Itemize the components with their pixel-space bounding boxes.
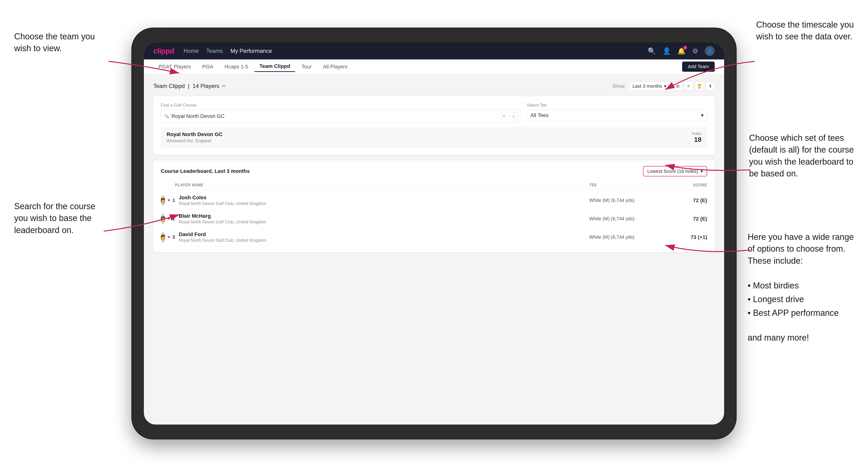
search-card: Find a Golf Course 🔍 × ☆ Select Tee All … [153, 96, 715, 155]
settings-icon-btn[interactable]: ⚙ [692, 47, 698, 55]
tab-tour[interactable]: Tour [296, 62, 317, 72]
player-club: Royal North Devon Golf Club, United King… [179, 201, 589, 206]
option-app: Best APP performance [748, 306, 854, 320]
tab-hcaps[interactable]: Hcaps 1-5 [219, 62, 253, 72]
rank-col: 🧑 ♥ 3 [161, 232, 175, 243]
edit-team-icon[interactable]: ✏ [222, 83, 226, 89]
tab-pga[interactable]: PGA [197, 62, 218, 72]
col-header-player: PLAYER NAME [175, 183, 589, 187]
leaderboard-header: Course Leaderboard, Last 3 months Lowest… [161, 166, 707, 177]
avatar: 🧑 [161, 214, 165, 224]
annotation-tees: Choose which set of tees(default is all)… [749, 132, 854, 180]
course-name: Royal North Devon GC [166, 131, 222, 137]
col-header-tee: TEE [589, 183, 660, 187]
tee-info: White (M) (6,744 yds) [589, 216, 660, 221]
score-info: 72 (E) [660, 197, 707, 204]
avatar: 🧑 [161, 232, 165, 243]
option-drive: Longest drive [748, 292, 854, 306]
player-info: David Ford Royal North Devon Golf Club, … [175, 231, 589, 243]
sort-select[interactable]: Lowest Score (18 holes) ▾ [643, 166, 707, 177]
nav-home[interactable]: Home [184, 48, 198, 54]
table-row: 🧑 ♥ 1 Josh Coles Royal North Devon Golf … [161, 191, 707, 210]
player-name: Blair McHarg [179, 213, 589, 219]
tab-all-players[interactable]: All Players [318, 62, 352, 72]
sub-nav: PGAT Players PGA Hcaps 1-5 Team Clippd T… [144, 59, 724, 74]
player-club: Royal North Devon Golf Club, United King… [179, 220, 589, 224]
rank-number: 1 [173, 198, 175, 203]
show-select[interactable]: Last 3 months ▾ [629, 82, 670, 91]
select-tee-label: Select Tee [527, 103, 707, 108]
team-header: Team Clippd | 14 Players ✏ Show: Last 3 … [153, 82, 715, 91]
app-navbar: clippd Home Teams My Performance 🔍 👤 🔔 1… [144, 42, 724, 59]
annotation-choose-team: Choose the team you wish to view. [14, 31, 104, 55]
team-title: Team Clippd | 14 Players [153, 83, 219, 89]
table-row: 🧑 ♥ 3 David Ford Royal North Devon Golf … [161, 228, 707, 247]
navbar-links: Home Teams My Performance [184, 48, 272, 54]
ipad-screen: clippd Home Teams My Performance 🔍 👤 🔔 1… [144, 42, 724, 425]
tee-info: White (M) (6,744 yds) [589, 198, 660, 203]
search-row: Find a Golf Course 🔍 × ☆ Select Tee All … [161, 103, 707, 123]
rank-col: 🧑 ♥ 1 [161, 195, 175, 206]
show-label: Show: [613, 84, 626, 89]
nav-my-performance[interactable]: My Performance [230, 48, 272, 54]
favorite-star-btn[interactable]: ☆ [509, 112, 518, 120]
course-info: Royal North Devon GC Westward Ho!, Engla… [166, 131, 222, 144]
download-btn[interactable]: ⬇ [706, 82, 715, 91]
heart-icon: ♥ [167, 235, 170, 240]
tee-column: Select Tee All Tees ▾ [527, 103, 707, 121]
nav-teams[interactable]: Teams [206, 48, 223, 54]
course-location: Westward Ho!, England [166, 138, 222, 144]
player-info: Blair McHarg Royal North Devon Golf Club… [175, 213, 589, 224]
notification-icon-btn[interactable]: 🔔 1 [677, 47, 686, 55]
course-search-input[interactable] [172, 113, 499, 119]
leaderboard-card: Course Leaderboard, Last 3 months Lowest… [153, 160, 715, 252]
tab-team-clippd[interactable]: Team Clippd [254, 61, 295, 72]
search-icon: 🔍 [164, 114, 169, 119]
annotation-timescale: Choose the timescale youwish to see the … [756, 19, 854, 43]
score-info: 73 (+1) [660, 234, 707, 240]
tee-info: White (M) (6,744 yds) [589, 235, 660, 240]
tab-pgat-players[interactable]: PGAT Players [153, 62, 196, 72]
chevron-down-icon: ▾ [664, 83, 666, 89]
holes-box: Holes 18 [692, 132, 702, 144]
player-count: 14 Players [192, 83, 219, 89]
main-content: Team Clippd | 14 Players ✏ Show: Last 3 … [144, 74, 724, 260]
add-team-button[interactable]: Add Team [682, 62, 715, 72]
avatar: 🧑 [161, 195, 165, 206]
annotation-search-course: Search for the courseyou wish to base th… [14, 200, 95, 236]
grid-view-btn[interactable]: ⊞ [673, 82, 682, 91]
view-icons: ⊞ ≡ 🏆 ⬇ [673, 82, 715, 91]
chevron-down-icon: ▾ [701, 168, 703, 174]
course-result: Royal North Devon GC Westward Ho!, Engla… [161, 127, 707, 148]
leaderboard-title: Course Leaderboard, Last 3 months [161, 168, 250, 174]
annotation-options: Here you have a wide rangeof options to … [748, 231, 854, 344]
annotation-extra: and many more! [748, 333, 809, 342]
tee-select[interactable]: All Tees ▾ [527, 110, 707, 121]
find-course-label: Find a Golf Course [161, 103, 521, 108]
player-name: Josh Coles [179, 195, 589, 201]
rank-number: 3 [173, 235, 175, 240]
table-header: PLAYER NAME TEE SCORE [161, 181, 707, 189]
heart-icon: ♥ [167, 198, 170, 203]
search-icon-btn[interactable]: 🔍 [648, 47, 656, 55]
col-header-score: SCORE [660, 183, 707, 187]
list-view-btn[interactable]: ≡ [684, 82, 693, 91]
rank-number: 1 [173, 216, 175, 221]
show-controls: Show: Last 3 months ▾ ⊞ ≡ 🏆 ⬇ [613, 82, 715, 91]
options-list: Most birdies Longest drive Best APP perf… [748, 279, 854, 320]
score-info: 72 (E) [660, 216, 707, 222]
profile-icon-btn[interactable]: 👤 [662, 47, 671, 55]
chevron-down-icon: ▾ [701, 112, 704, 118]
search-clear-btn[interactable]: × [501, 113, 507, 120]
rank-col: 🧑 ♥ 1 [161, 214, 175, 224]
col-header-rank [161, 183, 175, 187]
app-logo: clippd [153, 47, 174, 55]
table-row: 🧑 ♥ 1 Blair McHarg Royal North Devon Gol… [161, 210, 707, 228]
option-birdies: Most birdies [748, 279, 854, 292]
user-avatar-btn[interactable]: 👤 [705, 46, 715, 56]
course-search-wrapper: 🔍 × ☆ [161, 110, 521, 123]
search-column: Find a Golf Course 🔍 × ☆ [161, 103, 521, 123]
ipad-device: clippd Home Teams My Performance 🔍 👤 🔔 1… [132, 28, 736, 439]
notification-badge: 1 [683, 46, 687, 50]
trophy-view-btn[interactable]: 🏆 [695, 82, 704, 91]
